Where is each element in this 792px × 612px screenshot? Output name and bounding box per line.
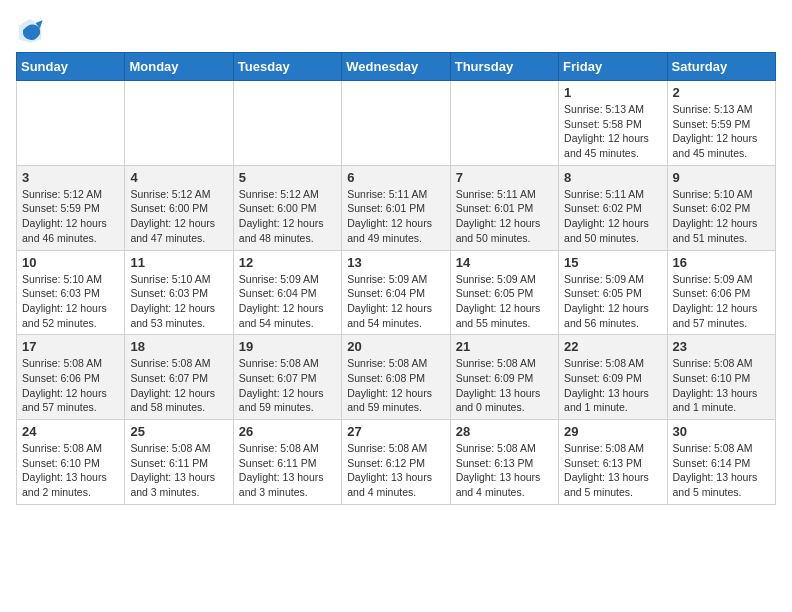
calendar-cell [233, 81, 341, 166]
week-row-5: 24Sunrise: 5:08 AM Sunset: 6:10 PM Dayli… [17, 420, 776, 505]
calendar-cell: 20Sunrise: 5:08 AM Sunset: 6:08 PM Dayli… [342, 335, 450, 420]
calendar-cell: 22Sunrise: 5:08 AM Sunset: 6:09 PM Dayli… [559, 335, 667, 420]
calendar-cell: 13Sunrise: 5:09 AM Sunset: 6:04 PM Dayli… [342, 250, 450, 335]
calendar-cell: 19Sunrise: 5:08 AM Sunset: 6:07 PM Dayli… [233, 335, 341, 420]
day-number: 10 [22, 255, 119, 270]
calendar-cell: 1Sunrise: 5:13 AM Sunset: 5:58 PM Daylig… [559, 81, 667, 166]
day-info: Sunrise: 5:08 AM Sunset: 6:12 PM Dayligh… [347, 441, 444, 500]
header-day-wednesday: Wednesday [342, 53, 450, 81]
day-number: 30 [673, 424, 770, 439]
day-info: Sunrise: 5:08 AM Sunset: 6:09 PM Dayligh… [456, 356, 553, 415]
week-row-1: 1Sunrise: 5:13 AM Sunset: 5:58 PM Daylig… [17, 81, 776, 166]
day-number: 23 [673, 339, 770, 354]
calendar-header: SundayMondayTuesdayWednesdayThursdayFrid… [17, 53, 776, 81]
calendar-cell: 5Sunrise: 5:12 AM Sunset: 6:00 PM Daylig… [233, 165, 341, 250]
calendar-cell: 25Sunrise: 5:08 AM Sunset: 6:11 PM Dayli… [125, 420, 233, 505]
calendar-cell: 30Sunrise: 5:08 AM Sunset: 6:14 PM Dayli… [667, 420, 775, 505]
day-number: 6 [347, 170, 444, 185]
calendar-cell: 12Sunrise: 5:09 AM Sunset: 6:04 PM Dayli… [233, 250, 341, 335]
day-info: Sunrise: 5:08 AM Sunset: 6:10 PM Dayligh… [22, 441, 119, 500]
day-info: Sunrise: 5:09 AM Sunset: 6:06 PM Dayligh… [673, 272, 770, 331]
day-info: Sunrise: 5:08 AM Sunset: 6:13 PM Dayligh… [456, 441, 553, 500]
day-info: Sunrise: 5:12 AM Sunset: 6:00 PM Dayligh… [130, 187, 227, 246]
calendar-cell [17, 81, 125, 166]
calendar-body: 1Sunrise: 5:13 AM Sunset: 5:58 PM Daylig… [17, 81, 776, 505]
day-info: Sunrise: 5:08 AM Sunset: 6:10 PM Dayligh… [673, 356, 770, 415]
header-day-saturday: Saturday [667, 53, 775, 81]
day-number: 4 [130, 170, 227, 185]
calendar-cell: 15Sunrise: 5:09 AM Sunset: 6:05 PM Dayli… [559, 250, 667, 335]
calendar-cell: 23Sunrise: 5:08 AM Sunset: 6:10 PM Dayli… [667, 335, 775, 420]
calendar-cell: 4Sunrise: 5:12 AM Sunset: 6:00 PM Daylig… [125, 165, 233, 250]
day-number: 24 [22, 424, 119, 439]
calendar-cell [342, 81, 450, 166]
day-number: 28 [456, 424, 553, 439]
calendar-cell: 7Sunrise: 5:11 AM Sunset: 6:01 PM Daylig… [450, 165, 558, 250]
logo [16, 16, 48, 44]
day-info: Sunrise: 5:08 AM Sunset: 6:13 PM Dayligh… [564, 441, 661, 500]
day-info: Sunrise: 5:09 AM Sunset: 6:05 PM Dayligh… [564, 272, 661, 331]
calendar-cell: 24Sunrise: 5:08 AM Sunset: 6:10 PM Dayli… [17, 420, 125, 505]
calendar-cell: 8Sunrise: 5:11 AM Sunset: 6:02 PM Daylig… [559, 165, 667, 250]
calendar-cell: 28Sunrise: 5:08 AM Sunset: 6:13 PM Dayli… [450, 420, 558, 505]
day-info: Sunrise: 5:10 AM Sunset: 6:02 PM Dayligh… [673, 187, 770, 246]
day-number: 8 [564, 170, 661, 185]
week-row-3: 10Sunrise: 5:10 AM Sunset: 6:03 PM Dayli… [17, 250, 776, 335]
day-info: Sunrise: 5:11 AM Sunset: 6:01 PM Dayligh… [347, 187, 444, 246]
day-number: 7 [456, 170, 553, 185]
calendar-cell: 29Sunrise: 5:08 AM Sunset: 6:13 PM Dayli… [559, 420, 667, 505]
day-number: 15 [564, 255, 661, 270]
day-number: 26 [239, 424, 336, 439]
day-info: Sunrise: 5:08 AM Sunset: 6:11 PM Dayligh… [130, 441, 227, 500]
day-number: 29 [564, 424, 661, 439]
day-info: Sunrise: 5:08 AM Sunset: 6:14 PM Dayligh… [673, 441, 770, 500]
calendar-cell: 3Sunrise: 5:12 AM Sunset: 5:59 PM Daylig… [17, 165, 125, 250]
day-number: 3 [22, 170, 119, 185]
day-info: Sunrise: 5:13 AM Sunset: 5:59 PM Dayligh… [673, 102, 770, 161]
day-number: 19 [239, 339, 336, 354]
calendar-cell: 27Sunrise: 5:08 AM Sunset: 6:12 PM Dayli… [342, 420, 450, 505]
day-number: 21 [456, 339, 553, 354]
calendar-cell [125, 81, 233, 166]
header-day-monday: Monday [125, 53, 233, 81]
day-number: 5 [239, 170, 336, 185]
day-info: Sunrise: 5:11 AM Sunset: 6:02 PM Dayligh… [564, 187, 661, 246]
calendar-table: SundayMondayTuesdayWednesdayThursdayFrid… [16, 52, 776, 505]
day-number: 1 [564, 85, 661, 100]
day-info: Sunrise: 5:09 AM Sunset: 6:04 PM Dayligh… [239, 272, 336, 331]
day-info: Sunrise: 5:10 AM Sunset: 6:03 PM Dayligh… [22, 272, 119, 331]
calendar-cell: 17Sunrise: 5:08 AM Sunset: 6:06 PM Dayli… [17, 335, 125, 420]
day-number: 18 [130, 339, 227, 354]
header-day-tuesday: Tuesday [233, 53, 341, 81]
calendar-cell: 10Sunrise: 5:10 AM Sunset: 6:03 PM Dayli… [17, 250, 125, 335]
calendar-cell: 14Sunrise: 5:09 AM Sunset: 6:05 PM Dayli… [450, 250, 558, 335]
day-number: 17 [22, 339, 119, 354]
week-row-4: 17Sunrise: 5:08 AM Sunset: 6:06 PM Dayli… [17, 335, 776, 420]
day-number: 11 [130, 255, 227, 270]
day-info: Sunrise: 5:10 AM Sunset: 6:03 PM Dayligh… [130, 272, 227, 331]
day-info: Sunrise: 5:08 AM Sunset: 6:09 PM Dayligh… [564, 356, 661, 415]
week-row-2: 3Sunrise: 5:12 AM Sunset: 5:59 PM Daylig… [17, 165, 776, 250]
calendar-cell [450, 81, 558, 166]
day-info: Sunrise: 5:12 AM Sunset: 6:00 PM Dayligh… [239, 187, 336, 246]
day-info: Sunrise: 5:08 AM Sunset: 6:07 PM Dayligh… [239, 356, 336, 415]
calendar-cell: 16Sunrise: 5:09 AM Sunset: 6:06 PM Dayli… [667, 250, 775, 335]
day-info: Sunrise: 5:09 AM Sunset: 6:04 PM Dayligh… [347, 272, 444, 331]
calendar-cell: 11Sunrise: 5:10 AM Sunset: 6:03 PM Dayli… [125, 250, 233, 335]
day-number: 20 [347, 339, 444, 354]
calendar-cell: 9Sunrise: 5:10 AM Sunset: 6:02 PM Daylig… [667, 165, 775, 250]
calendar-cell: 2Sunrise: 5:13 AM Sunset: 5:59 PM Daylig… [667, 81, 775, 166]
day-info: Sunrise: 5:09 AM Sunset: 6:05 PM Dayligh… [456, 272, 553, 331]
day-info: Sunrise: 5:08 AM Sunset: 6:06 PM Dayligh… [22, 356, 119, 415]
calendar-cell: 6Sunrise: 5:11 AM Sunset: 6:01 PM Daylig… [342, 165, 450, 250]
day-number: 25 [130, 424, 227, 439]
header-day-friday: Friday [559, 53, 667, 81]
day-number: 16 [673, 255, 770, 270]
day-info: Sunrise: 5:08 AM Sunset: 6:11 PM Dayligh… [239, 441, 336, 500]
header-day-sunday: Sunday [17, 53, 125, 81]
calendar-cell: 21Sunrise: 5:08 AM Sunset: 6:09 PM Dayli… [450, 335, 558, 420]
header-row: SundayMondayTuesdayWednesdayThursdayFrid… [17, 53, 776, 81]
day-info: Sunrise: 5:13 AM Sunset: 5:58 PM Dayligh… [564, 102, 661, 161]
calendar-cell: 26Sunrise: 5:08 AM Sunset: 6:11 PM Dayli… [233, 420, 341, 505]
day-info: Sunrise: 5:12 AM Sunset: 5:59 PM Dayligh… [22, 187, 119, 246]
